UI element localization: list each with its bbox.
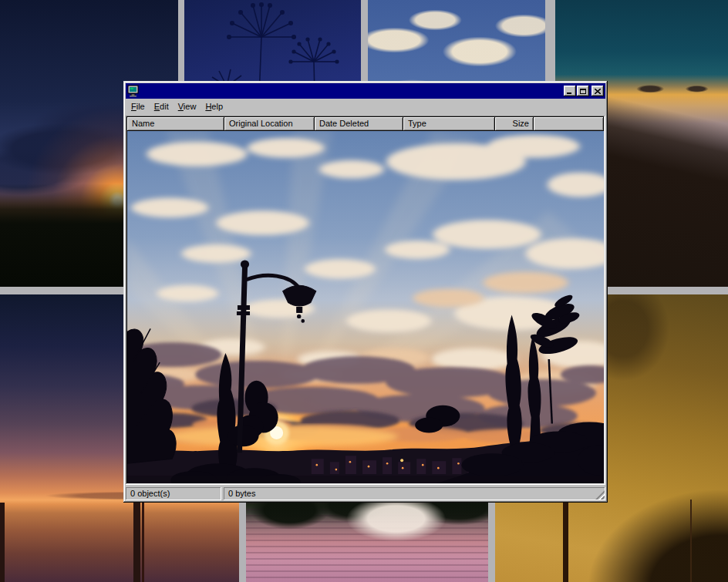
menu-view[interactable]: View [174,100,201,113]
status-byte-count: 0 bytes [224,487,605,500]
desktop: { "window": { "title": "", "icon": "comp… [0,0,728,582]
maximize-icon [580,89,586,94]
haze-pole-silhouette [563,500,568,582]
titlebar[interactable] [126,83,605,99]
file-list-view[interactable]: Name Original Location Date Deleted Type… [126,116,605,485]
status-object-count: 0 object(s) [126,487,221,500]
column-header-type[interactable]: Type [403,117,495,131]
computer-icon[interactable] [127,85,140,97]
column-header-original-location[interactable]: Original Location [224,117,315,131]
menu-bar: File Edit View Help [126,99,605,114]
lake-pole-silhouette [0,503,5,582]
lake-pole-silhouette [133,498,140,582]
haze-pole-silhouette [690,500,692,582]
column-header-size[interactable]: Size [495,117,534,131]
minimize-button[interactable] [564,86,576,96]
recycle-bin-window: File Edit View Help Name Original Locati… [123,81,608,503]
status-bar: 0 object(s) 0 bytes [126,485,605,500]
lake-pole-silhouette [142,501,144,582]
menu-file[interactable]: File [126,100,150,113]
column-header-name[interactable]: Name [127,117,224,131]
minimize-icon [567,93,571,94]
close-icon [595,89,601,94]
menu-help[interactable]: Help [201,100,228,113]
close-button[interactable] [592,86,604,96]
column-headers: Name Original Location Date Deleted Type… [127,117,604,131]
column-header-empty[interactable] [534,117,604,131]
column-header-date-deleted[interactable]: Date Deleted [315,117,403,131]
sunset-lamppost-photo[interactable] [127,131,604,483]
menu-edit[interactable]: Edit [150,100,174,113]
maximize-button[interactable] [577,86,589,96]
